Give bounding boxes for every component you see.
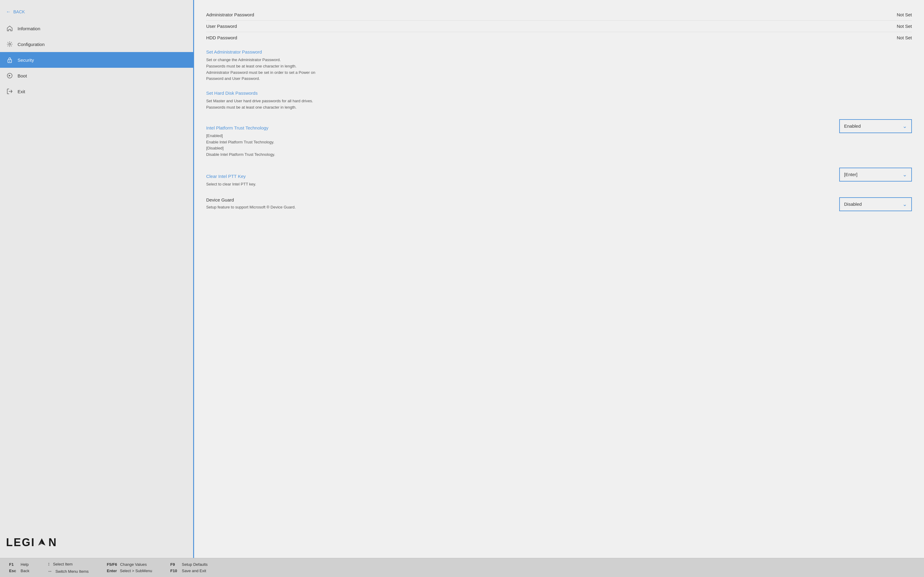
enter-label: Select > SubMenu	[120, 569, 152, 573]
hdd-password-value: Not Set	[876, 35, 912, 40]
chevron-down-icon: ⌄	[903, 201, 907, 208]
admin-password-label: Administrator Password	[206, 12, 254, 17]
intel-ptt-left: Intel Platform Trust Technology [Enabled…	[206, 119, 839, 159]
footer-f5f6: F5/F6 Change Values	[107, 562, 152, 567]
sidebar-item-configuration[interactable]: Configuration	[0, 36, 193, 52]
passwords-section: Administrator Password Not Set User Pass…	[206, 9, 912, 43]
hdd-password-label: HDD Password	[206, 35, 237, 40]
footer-select-item: ↕ Select Item	[47, 561, 89, 567]
footer-f1: F1 Help	[9, 562, 29, 567]
f10-key: F10	[170, 569, 179, 573]
device-guard-desc: Setup feature to support Microsoft ® Dev…	[206, 204, 830, 211]
f1-key: F1	[9, 562, 18, 567]
device-guard-section: Device Guard Setup feature to support Mi…	[206, 197, 912, 212]
logo-text-part: LEGI	[6, 536, 35, 549]
admin-password-row: Administrator Password Not Set	[206, 9, 912, 21]
svg-point-0	[9, 43, 11, 45]
sidebar: ← BACK Information Configuration	[0, 0, 194, 558]
footer-f10: F10 Save and Exit	[170, 569, 208, 573]
leftright-icon: ↔	[47, 569, 52, 574]
device-guard-row: Device Guard Setup feature to support Mi…	[206, 197, 912, 212]
sidebar-item-label: Security	[18, 58, 34, 63]
sidebar-item-security[interactable]: Security	[0, 52, 193, 68]
logo-text-end: N	[48, 536, 57, 549]
chevron-down-icon: ⌄	[903, 123, 907, 129]
footer-esc: Esc Back	[9, 569, 29, 573]
intel-ptt-dropdown[interactable]: Enabled ⌄	[839, 119, 912, 133]
boot-icon	[6, 72, 13, 79]
logo-icon	[36, 537, 47, 548]
esc-label: Back	[21, 569, 29, 573]
config-icon	[6, 40, 13, 48]
intel-ptt-value: Enabled	[844, 123, 861, 129]
security-icon	[6, 56, 13, 64]
footer-group-2: ↕ Select Item ↔ Switch Menu Items	[47, 561, 89, 574]
footer-group-1: F1 Help Esc Back	[9, 562, 29, 573]
logo-area: LEGI N	[0, 527, 193, 558]
set-admin-password-section: Set Administrator Password Set or change…	[206, 49, 912, 82]
clear-ptt-left: Clear Intel PTT Key Select to clear Inte…	[206, 168, 839, 189]
intel-ptt-row: Intel Platform Trust Technology [Enabled…	[206, 119, 912, 159]
footer-enter: Enter Select > SubMenu	[107, 569, 152, 573]
back-arrow-icon: ←	[6, 9, 11, 15]
clear-ptt-desc: Select to clear Intel PTT key.	[206, 181, 830, 188]
intel-ptt-section: Intel Platform Trust Technology [Enabled…	[206, 119, 912, 159]
set-hdd-passwords-title[interactable]: Set Hard Disk Passwords	[206, 90, 912, 96]
admin-password-value: Not Set	[876, 12, 912, 17]
footer: F1 Help Esc Back ↕ Select Item ↔ Switch …	[0, 558, 924, 577]
f5f6-label: Change Values	[120, 562, 147, 567]
chevron-down-icon: ⌄	[903, 171, 907, 178]
f10-label: Save and Exit	[182, 569, 206, 573]
clear-ptt-dropdown[interactable]: [Enter] ⌄	[839, 168, 912, 182]
f9-label: Setup Defaults	[182, 562, 208, 567]
set-admin-password-desc: Set or change the Administrator Password…	[206, 57, 912, 82]
back-label: BACK	[13, 10, 25, 14]
back-button[interactable]: ← BACK	[0, 6, 193, 21]
device-guard-dropdown[interactable]: Disabled ⌄	[839, 197, 912, 211]
hdd-password-row: HDD Password Not Set	[206, 32, 912, 43]
f1-label: Help	[21, 562, 29, 567]
device-guard-left: Device Guard Setup feature to support Mi…	[206, 197, 839, 212]
footer-group-3: F5/F6 Change Values Enter Select > SubMe…	[107, 562, 152, 573]
sidebar-item-label: Boot	[18, 73, 27, 78]
user-password-value: Not Set	[876, 24, 912, 29]
clear-ptt-row: Clear Intel PTT Key Select to clear Inte…	[206, 168, 912, 189]
svg-point-2	[10, 61, 10, 62]
user-password-row: User Password Not Set	[206, 21, 912, 32]
footer-switch-menu: ↔ Switch Menu Items	[47, 569, 89, 574]
content-area: Administrator Password Not Set User Pass…	[194, 0, 924, 558]
enter-key: Enter	[107, 569, 117, 573]
clear-ptt-section: Clear Intel PTT Key Select to clear Inte…	[206, 168, 912, 189]
home-icon	[6, 25, 13, 32]
sidebar-item-label: Configuration	[18, 42, 45, 47]
set-hdd-passwords-desc: Set Master and User hard drive passwords…	[206, 98, 912, 111]
footer-f9: F9 Setup Defaults	[170, 562, 208, 567]
sidebar-item-information[interactable]: Information	[0, 21, 193, 36]
sidebar-item-exit[interactable]: Exit	[0, 84, 193, 99]
sidebar-item-label: Information	[18, 26, 40, 31]
select-item-label: Select Item	[53, 562, 73, 566]
intel-ptt-title[interactable]: Intel Platform Trust Technology	[206, 125, 830, 131]
f5f6-key: F5/F6	[107, 562, 117, 567]
sidebar-item-label: Exit	[18, 89, 25, 94]
clear-ptt-title[interactable]: Clear Intel PTT Key	[206, 174, 830, 179]
brand-logo: LEGI N	[6, 536, 187, 549]
device-guard-title: Device Guard	[206, 197, 830, 202]
sidebar-item-boot[interactable]: Boot	[0, 68, 193, 84]
set-hdd-passwords-section: Set Hard Disk Passwords Set Master and U…	[206, 90, 912, 111]
updown-icon: ↕	[47, 561, 50, 567]
device-guard-value: Disabled	[844, 201, 862, 207]
user-password-label: User Password	[206, 24, 237, 29]
exit-icon	[6, 88, 13, 95]
f9-key: F9	[170, 562, 179, 567]
intel-ptt-desc: [Enabled] Enable Intel Platform Trust Te…	[206, 133, 830, 158]
clear-ptt-value: [Enter]	[844, 172, 858, 177]
esc-key: Esc	[9, 569, 18, 573]
set-admin-password-title[interactable]: Set Administrator Password	[206, 49, 912, 55]
footer-group-4: F9 Setup Defaults F10 Save and Exit	[170, 562, 208, 573]
switch-menu-label: Switch Menu Items	[55, 569, 89, 574]
